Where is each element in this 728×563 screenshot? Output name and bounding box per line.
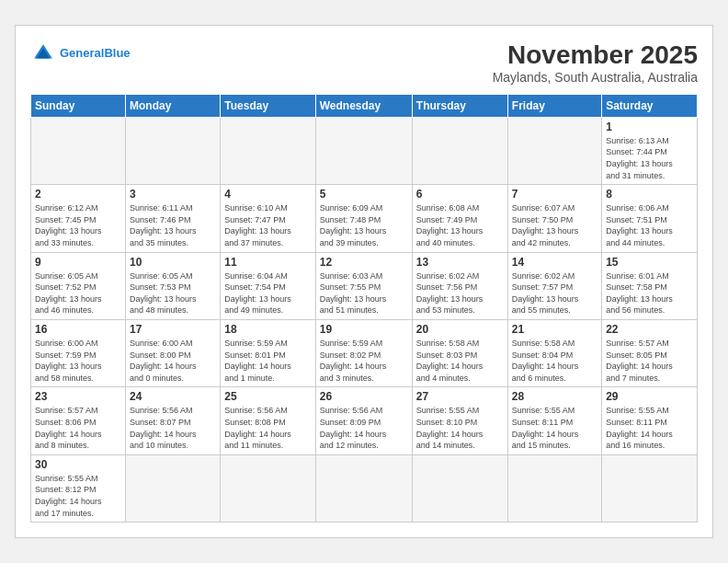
day-info: Sunrise: 6:02 AM Sunset: 7:56 PM Dayligh… — [416, 270, 504, 316]
day-cell: 6Sunrise: 6:08 AM Sunset: 7:49 PM Daylig… — [412, 185, 507, 252]
day-number: 29 — [606, 390, 693, 403]
calendar-grid: SundayMondayTuesdayWednesdayThursdayFrid… — [30, 94, 698, 523]
day-cell — [412, 454, 507, 522]
header: GeneralBlue November 2025 Maylands, Sout… — [30, 40, 698, 85]
day-cell: 15Sunrise: 6:01 AM Sunset: 7:58 PM Dayli… — [602, 252, 698, 319]
day-info: Sunrise: 5:57 AM Sunset: 8:05 PM Dayligh… — [606, 338, 693, 384]
day-info: Sunrise: 5:59 AM Sunset: 8:01 PM Dayligh… — [224, 338, 311, 384]
day-number: 20 — [416, 323, 504, 336]
weekday-header-friday: Friday — [507, 94, 601, 117]
week-row-4: 23Sunrise: 5:57 AM Sunset: 8:06 PM Dayli… — [31, 387, 698, 454]
week-row-5: 30Sunrise: 5:55 AM Sunset: 8:12 PM Dayli… — [31, 454, 698, 522]
day-cell: 9Sunrise: 6:05 AM Sunset: 7:52 PM Daylig… — [31, 252, 126, 319]
weekday-header-saturday: Saturday — [602, 94, 698, 117]
day-cell: 18Sunrise: 5:59 AM Sunset: 8:01 PM Dayli… — [221, 320, 315, 387]
day-cell — [507, 117, 601, 184]
month-title: November 2025 — [493, 40, 698, 70]
day-number: 25 — [224, 390, 311, 403]
day-cell: 2Sunrise: 6:12 AM Sunset: 7:45 PM Daylig… — [31, 185, 126, 252]
day-cell — [126, 454, 221, 522]
day-number: 18 — [224, 323, 311, 336]
day-cell: 14Sunrise: 6:02 AM Sunset: 7:57 PM Dayli… — [507, 252, 601, 319]
day-info: Sunrise: 6:04 AM Sunset: 7:54 PM Dayligh… — [224, 270, 311, 316]
day-cell: 17Sunrise: 6:00 AM Sunset: 8:00 PM Dayli… — [126, 320, 221, 387]
day-cell: 11Sunrise: 6:04 AM Sunset: 7:54 PM Dayli… — [221, 252, 315, 319]
day-number: 5 — [320, 188, 408, 201]
day-info: Sunrise: 6:08 AM Sunset: 7:49 PM Dayligh… — [416, 202, 504, 248]
day-cell: 30Sunrise: 5:55 AM Sunset: 8:12 PM Dayli… — [31, 454, 126, 522]
day-info: Sunrise: 5:55 AM Sunset: 8:11 PM Dayligh… — [512, 405, 597, 451]
day-info: Sunrise: 5:56 AM Sunset: 8:07 PM Dayligh… — [130, 405, 216, 451]
day-cell — [315, 454, 412, 522]
calendar-container: GeneralBlue November 2025 Maylands, Sout… — [15, 25, 713, 538]
day-number: 27 — [416, 390, 504, 403]
day-number: 19 — [320, 323, 408, 336]
day-number: 14 — [512, 256, 597, 269]
day-cell: 21Sunrise: 5:58 AM Sunset: 8:04 PM Dayli… — [507, 320, 601, 387]
day-number: 3 — [130, 188, 216, 201]
day-number: 2 — [35, 188, 121, 201]
weekday-header-thursday: Thursday — [412, 94, 507, 117]
day-info: Sunrise: 5:58 AM Sunset: 8:03 PM Dayligh… — [416, 338, 504, 384]
day-info: Sunrise: 5:57 AM Sunset: 8:06 PM Dayligh… — [35, 405, 121, 451]
day-info: Sunrise: 6:06 AM Sunset: 7:51 PM Dayligh… — [606, 202, 693, 248]
day-info: Sunrise: 6:00 AM Sunset: 7:59 PM Dayligh… — [35, 338, 121, 384]
day-cell — [126, 117, 221, 184]
day-cell: 10Sunrise: 6:05 AM Sunset: 7:53 PM Dayli… — [126, 252, 221, 319]
day-number: 13 — [416, 256, 504, 269]
logo-blue: Blue — [104, 46, 130, 60]
weekday-header-sunday: Sunday — [31, 94, 126, 117]
day-info: Sunrise: 5:56 AM Sunset: 8:09 PM Dayligh… — [320, 405, 408, 451]
title-block: November 2025 Maylands, South Australia,… — [493, 40, 698, 85]
day-info: Sunrise: 6:02 AM Sunset: 7:57 PM Dayligh… — [512, 270, 597, 316]
day-info: Sunrise: 6:01 AM Sunset: 7:58 PM Dayligh… — [606, 270, 693, 316]
day-cell — [412, 117, 507, 184]
weekday-header-monday: Monday — [126, 94, 221, 117]
day-number: 24 — [130, 390, 216, 403]
day-cell: 3Sunrise: 6:11 AM Sunset: 7:46 PM Daylig… — [126, 185, 221, 252]
day-cell: 12Sunrise: 6:03 AM Sunset: 7:55 PM Dayli… — [315, 252, 412, 319]
location-title: Maylands, South Australia, Australia — [493, 70, 698, 85]
day-info: Sunrise: 5:59 AM Sunset: 8:02 PM Dayligh… — [320, 338, 408, 384]
day-number: 9 — [35, 256, 121, 269]
day-cell: 5Sunrise: 6:09 AM Sunset: 7:48 PM Daylig… — [315, 185, 412, 252]
week-row-3: 16Sunrise: 6:00 AM Sunset: 7:59 PM Dayli… — [31, 320, 698, 387]
day-cell: 16Sunrise: 6:00 AM Sunset: 7:59 PM Dayli… — [31, 320, 126, 387]
weekday-header-wednesday: Wednesday — [315, 94, 412, 117]
day-info: Sunrise: 5:55 AM Sunset: 8:12 PM Dayligh… — [35, 473, 121, 519]
logo-text: GeneralBlue — [60, 46, 131, 61]
day-info: Sunrise: 5:55 AM Sunset: 8:11 PM Dayligh… — [606, 405, 693, 451]
day-info: Sunrise: 6:05 AM Sunset: 7:52 PM Dayligh… — [35, 270, 121, 316]
day-cell: 20Sunrise: 5:58 AM Sunset: 8:03 PM Dayli… — [412, 320, 507, 387]
week-row-0: 1Sunrise: 6:13 AM Sunset: 7:44 PM Daylig… — [31, 117, 698, 184]
day-number: 4 — [224, 188, 311, 201]
day-number: 16 — [35, 323, 121, 336]
day-cell — [31, 117, 126, 184]
week-row-2: 9Sunrise: 6:05 AM Sunset: 7:52 PM Daylig… — [31, 252, 698, 319]
day-info: Sunrise: 6:09 AM Sunset: 7:48 PM Dayligh… — [320, 202, 408, 248]
day-cell: 27Sunrise: 5:55 AM Sunset: 8:10 PM Dayli… — [412, 387, 507, 454]
day-info: Sunrise: 6:11 AM Sunset: 7:46 PM Dayligh… — [130, 202, 216, 248]
day-info: Sunrise: 6:03 AM Sunset: 7:55 PM Dayligh… — [320, 270, 408, 316]
day-info: Sunrise: 5:58 AM Sunset: 8:04 PM Dayligh… — [512, 338, 597, 384]
day-number: 23 — [35, 390, 121, 403]
day-cell: 19Sunrise: 5:59 AM Sunset: 8:02 PM Dayli… — [315, 320, 412, 387]
day-info: Sunrise: 6:13 AM Sunset: 7:44 PM Dayligh… — [606, 135, 693, 181]
day-number: 6 — [416, 188, 504, 201]
day-cell: 29Sunrise: 5:55 AM Sunset: 8:11 PM Dayli… — [602, 387, 698, 454]
day-cell: 8Sunrise: 6:06 AM Sunset: 7:51 PM Daylig… — [602, 185, 698, 252]
logo-general: General — [60, 46, 104, 60]
weekday-header-tuesday: Tuesday — [221, 94, 315, 117]
day-number: 8 — [606, 188, 693, 201]
day-number: 12 — [320, 256, 408, 269]
day-number: 11 — [224, 256, 311, 269]
day-number: 7 — [512, 188, 597, 201]
day-cell: 26Sunrise: 5:56 AM Sunset: 8:09 PM Dayli… — [315, 387, 412, 454]
day-cell: 7Sunrise: 6:07 AM Sunset: 7:50 PM Daylig… — [507, 185, 601, 252]
day-cell: 24Sunrise: 5:56 AM Sunset: 8:07 PM Dayli… — [126, 387, 221, 454]
day-number: 17 — [130, 323, 216, 336]
day-cell: 25Sunrise: 5:56 AM Sunset: 8:08 PM Dayli… — [221, 387, 315, 454]
day-number: 30 — [35, 458, 121, 471]
day-info: Sunrise: 6:12 AM Sunset: 7:45 PM Dayligh… — [35, 202, 121, 248]
day-cell — [221, 454, 315, 522]
